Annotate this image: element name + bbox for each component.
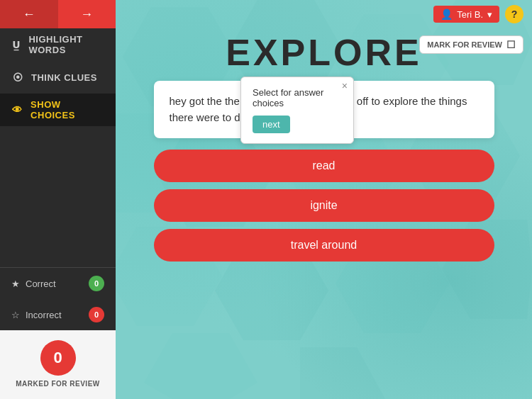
sidebar-item-show-choices[interactable]: 👁 SHOW CHOICES	[0, 94, 116, 126]
choice-ignite-button[interactable]: ignite	[154, 189, 494, 222]
sidebar-item-think-clues[interactable]: ⦿ THINK CLUES	[0, 61, 116, 94]
back-button[interactable]: ←	[0, 0, 58, 28]
review-label: MARKED FOR REVIEW	[16, 380, 100, 388]
sidebar: ← → U̲ HIGHLIGHT WORDS ⦿ THINK CLUES 👁 S…	[0, 0, 116, 399]
checkbox-icon: ☐	[506, 39, 516, 50]
star-outline-icon: ☆	[11, 310, 20, 320]
user-icon: 👤	[440, 9, 453, 20]
sidebar-nav: ← →	[0, 0, 116, 28]
correct-score-row: ★ Correct 0	[0, 268, 116, 299]
incorrect-score-row: ☆ Incorrect 0	[0, 299, 116, 330]
sidebar-item-highlight-words-label: HIGHLIGHT WORDS	[28, 34, 104, 55]
mark-review-label: MARK FOR REVIEW	[427, 40, 502, 49]
scores-section: ★ Correct 0 ☆ Incorrect 0	[0, 267, 116, 330]
user-badge[interactable]: 👤 Teri B. ▾	[433, 6, 499, 23]
dropdown-arrow-icon: ▾	[487, 9, 492, 20]
sidebar-item-highlight-words[interactable]: U̲ HIGHLIGHT WORDS	[0, 28, 116, 61]
svg-marker-13	[300, 347, 385, 399]
star-icon: ★	[11, 279, 20, 289]
user-name: Teri B.	[457, 9, 483, 20]
choice-travel-around-button[interactable]: travel around	[154, 229, 494, 262]
main-content: 👤 Teri B. ▾ ? MARK FOR REVIEW ☐ EXPLORE …	[116, 0, 532, 399]
incorrect-badge: 0	[89, 307, 104, 322]
forward-button[interactable]: →	[58, 0, 116, 28]
popover-close-button[interactable]: ×	[342, 81, 348, 91]
marked-for-review-section: 0 MARKED FOR REVIEW	[0, 330, 116, 399]
sidebar-item-think-clues-label: THINK CLUES	[31, 72, 97, 83]
popover-next-button[interactable]: next	[253, 116, 290, 133]
bulb-icon: ⦿	[11, 72, 24, 83]
mark-for-review-button[interactable]: MARK FOR REVIEW ☐	[419, 35, 523, 54]
correct-label: Correct	[26, 279, 83, 289]
choice-read-button[interactable]: read	[154, 150, 494, 182]
eye-icon: 👁	[11, 104, 23, 116]
help-button[interactable]: ?	[505, 5, 523, 23]
answer-choices: read ignite travel around	[154, 150, 494, 262]
main-header: 👤 Teri B. ▾ ?	[116, 0, 532, 28]
incorrect-label: Incorrect	[26, 310, 83, 320]
correct-badge: 0	[89, 276, 104, 291]
page-title: EXPLORE	[226, 31, 422, 74]
underline-icon: U̲	[11, 39, 21, 50]
svg-marker-12	[144, 333, 257, 399]
review-count-circle: 0	[40, 340, 76, 376]
popover-text: Select for answer choices	[253, 87, 342, 108]
sidebar-item-show-choices-label: SHOW CHOICES	[31, 99, 104, 120]
popover: × Select for answer choices next	[240, 77, 354, 144]
